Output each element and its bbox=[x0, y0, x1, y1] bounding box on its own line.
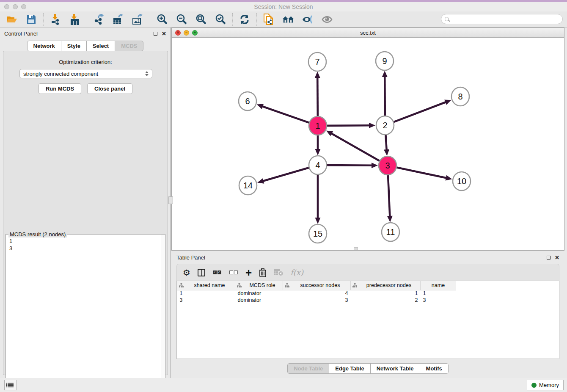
tab-style[interactable]: Style bbox=[61, 41, 87, 51]
cell-name[interactable]: 3 bbox=[421, 297, 456, 304]
memory-button[interactable]: Memory bbox=[527, 380, 564, 390]
network-window-titlebar[interactable]: ✕ − + scc.txt bbox=[172, 28, 564, 38]
task-history-button[interactable] bbox=[4, 380, 17, 390]
tab-network[interactable]: Network bbox=[27, 41, 61, 51]
arrowhead-2-3 bbox=[384, 149, 389, 156]
function-builder-button[interactable]: f(x) bbox=[290, 267, 303, 278]
close-panel-button[interactable]: Close panel bbox=[87, 83, 132, 94]
cell-name[interactable]: 1 bbox=[421, 290, 456, 297]
graph-node-10[interactable]: 10 bbox=[453, 172, 471, 190]
edge-4-3[interactable] bbox=[325, 165, 373, 166]
zoom-in-icon bbox=[157, 14, 168, 25]
graph-node-9[interactable]: 9 bbox=[376, 52, 394, 70]
save-session-button[interactable] bbox=[25, 14, 37, 25]
svg-text:9: 9 bbox=[382, 56, 387, 66]
cell-successor-nodes[interactable]: 4 bbox=[283, 290, 351, 297]
graph-node-14[interactable]: 14 bbox=[239, 176, 257, 195]
float-table-panel-icon[interactable] bbox=[547, 256, 550, 259]
graph-node-6[interactable]: 6 bbox=[239, 92, 256, 110]
column-header-name[interactable]: name bbox=[421, 281, 456, 290]
graph-node-4[interactable]: 4 bbox=[309, 156, 327, 174]
cell-successor-nodes[interactable]: 3 bbox=[283, 297, 351, 304]
column-header-predecessor-nodes[interactable]: predecessor nodes bbox=[351, 281, 421, 290]
import-network-button[interactable] bbox=[50, 14, 61, 25]
column-selector-button[interactable] bbox=[198, 267, 205, 278]
node-table[interactable]: shared nameMCDS rolesuccessor nodesprede… bbox=[176, 281, 559, 359]
apply-layout-button[interactable] bbox=[239, 14, 250, 25]
edge-3-1[interactable] bbox=[330, 133, 381, 162]
tab-select[interactable]: Select bbox=[86, 41, 115, 51]
edge-2-9[interactable] bbox=[385, 76, 385, 118]
select-all-button[interactable] bbox=[212, 267, 222, 278]
arrowhead-1-6 bbox=[257, 104, 264, 109]
edge-1-7[interactable] bbox=[317, 77, 318, 119]
zoom-fit-button[interactable] bbox=[195, 14, 207, 25]
mcds-result-list[interactable]: 1 3 bbox=[9, 238, 160, 392]
network-canvas[interactable]: 7968124314101511 bbox=[172, 38, 564, 250]
cell-shared-name[interactable]: 1 bbox=[177, 290, 235, 297]
canvas-scroll-thumb[interactable] bbox=[354, 247, 358, 250]
edge-1-2[interactable] bbox=[325, 125, 370, 126]
edge-2-8[interactable] bbox=[392, 102, 446, 122]
tab-network-table[interactable]: Network Table bbox=[370, 363, 420, 374]
unchecked-boxes-icon bbox=[229, 271, 233, 274]
float-panel-icon[interactable] bbox=[154, 32, 157, 36]
graph-node-8[interactable]: 8 bbox=[451, 87, 469, 106]
tab-edge-table[interactable]: Edge Table bbox=[329, 363, 370, 374]
column-header-successor-nodes[interactable]: successor nodes bbox=[283, 281, 351, 290]
graph-node-2[interactable]: 2 bbox=[376, 116, 394, 135]
graph-node-15[interactable]: 15 bbox=[309, 224, 327, 243]
hide-selected-button[interactable] bbox=[302, 14, 314, 25]
export-network-button[interactable] bbox=[93, 14, 105, 25]
run-mcds-button[interactable]: Run MCDS bbox=[39, 83, 81, 94]
search-input[interactable] bbox=[451, 15, 562, 23]
close-panel-icon[interactable]: ✕ bbox=[162, 31, 166, 36]
delete-table-button[interactable] bbox=[274, 267, 283, 278]
cell-MCDS-role[interactable]: dominator bbox=[235, 297, 283, 304]
zoom-out-button[interactable] bbox=[176, 14, 187, 25]
edge-2-3[interactable] bbox=[385, 133, 387, 151]
import-table-button[interactable] bbox=[69, 14, 81, 25]
zoom-selected-button[interactable] bbox=[215, 14, 226, 25]
edge-1-6[interactable] bbox=[261, 106, 311, 124]
cell-predecessor-nodes[interactable]: 2 bbox=[351, 297, 421, 304]
tab-motifs[interactable]: Motifs bbox=[420, 363, 449, 374]
fx-icon: f(x) bbox=[290, 268, 303, 277]
network-window-title: scc.txt bbox=[172, 30, 564, 36]
network-graph[interactable]: 7968124314101511 bbox=[172, 38, 564, 250]
export-table-button[interactable] bbox=[113, 14, 124, 25]
mcds-panel: Optimization criterion: strongly connect… bbox=[3, 51, 168, 375]
edge-4-14[interactable] bbox=[262, 167, 311, 181]
table-row[interactable]: 3dominator323 bbox=[177, 297, 456, 304]
panel-splitter-handle[interactable] bbox=[168, 196, 173, 204]
tab-node-table[interactable]: Node Table bbox=[287, 363, 329, 374]
column-header-MCDS-role[interactable]: MCDS role bbox=[235, 281, 283, 290]
table-options-button[interactable]: ⚙ bbox=[183, 267, 190, 278]
table-row[interactable]: 1dominator411 bbox=[177, 290, 456, 297]
cell-shared-name[interactable]: 3 bbox=[177, 297, 235, 304]
tab-mcds[interactable]: MCDS bbox=[115, 41, 143, 51]
deselect-all-button[interactable] bbox=[229, 267, 238, 278]
new-network-button[interactable] bbox=[263, 14, 275, 25]
first-neighbors-button[interactable] bbox=[282, 14, 294, 25]
criterion-dropdown[interactable]: strongly connected component bbox=[19, 69, 152, 78]
result-scrollbar[interactable] bbox=[161, 235, 165, 392]
delete-column-button[interactable] bbox=[259, 267, 267, 278]
graph-node-7[interactable]: 7 bbox=[308, 52, 326, 71]
checked-boxes-icon bbox=[217, 271, 221, 274]
add-column-button[interactable]: + bbox=[245, 267, 252, 278]
edge-3-11[interactable] bbox=[388, 173, 390, 217]
graph-node-3[interactable]: 3 bbox=[379, 156, 396, 175]
graph-node-1[interactable]: 1 bbox=[309, 116, 327, 135]
export-image-button[interactable] bbox=[132, 14, 144, 25]
open-session-button[interactable] bbox=[6, 14, 18, 25]
cell-MCDS-role[interactable]: dominator bbox=[235, 290, 283, 297]
edge-3-10[interactable] bbox=[395, 167, 447, 178]
cell-predecessor-nodes[interactable]: 1 bbox=[351, 290, 421, 297]
column-header-shared-name[interactable]: shared name bbox=[177, 281, 235, 290]
zoom-in-button[interactable] bbox=[156, 14, 168, 25]
close-table-panel-icon[interactable]: ✕ bbox=[555, 255, 559, 260]
graph-node-11[interactable]: 11 bbox=[382, 223, 399, 241]
show-all-button[interactable] bbox=[321, 14, 333, 25]
search-field[interactable] bbox=[441, 14, 563, 24]
